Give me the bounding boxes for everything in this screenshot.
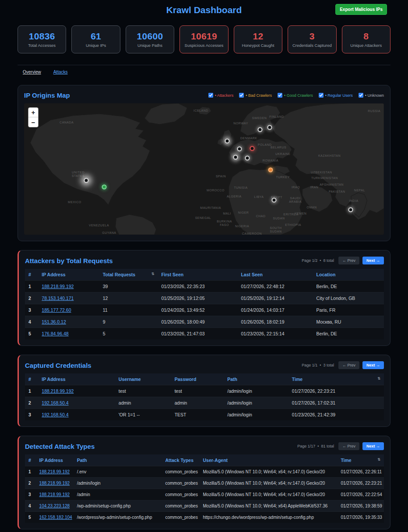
tab-attacks[interactable]: Attacks	[53, 70, 68, 74]
column-header-ip-address[interactable]: IP Address	[36, 454, 74, 466]
legend-label: • Good Crawlers	[284, 93, 313, 98]
ip-address-link[interactable]: 188.218.99.192	[42, 284, 74, 289]
ip-address-link[interactable]: 104.23.223.128	[39, 504, 70, 508]
table-cell: 01/27/2026, 22:48:12	[237, 281, 313, 292]
table-cell: 01/24/2026, 14:03:17	[237, 304, 313, 316]
column-header-[interactable]: #	[25, 454, 36, 466]
map-zoom-controls: + −	[28, 107, 39, 127]
column-header-ip-address[interactable]: IP Address	[38, 269, 99, 281]
page-info: Page 1/2 • 8 total	[302, 258, 334, 263]
map-marker-attacker[interactable]	[250, 146, 255, 151]
tab-bar: OverviewAttacks	[18, 65, 390, 76]
map-marker-good[interactable]	[102, 185, 107, 190]
table-row: 2192.168.50.4adminadmin/admin/login01/27…	[25, 397, 384, 409]
zoom-out-button[interactable]: −	[28, 117, 38, 127]
table-row: 5176.84.96.48501/23/2026, 21:47:0301/23/…	[25, 328, 384, 340]
sort-icon[interactable]: ⇅	[377, 377, 380, 381]
legend-item-good-crawlers[interactable]: • Good Crawlers	[278, 93, 313, 98]
table-cell: 9	[99, 316, 158, 328]
legend-checkbox-good-crawlers[interactable]	[278, 93, 282, 98]
sort-icon[interactable]: ⇅	[151, 272, 155, 276]
ip-address-link[interactable]: 188.218.99.192	[39, 481, 70, 486]
ip-address-link[interactable]: 188.218.99.192	[39, 469, 70, 474]
next-page-button[interactable]: Next →	[362, 442, 384, 450]
table-cell: /admin/login	[224, 397, 288, 409]
table-cell: Mozilla/5.0 (Windows NT 10.0; Win64; x64…	[200, 466, 338, 478]
ip-address-link[interactable]: 192.168.50.4	[42, 400, 68, 405]
map-marker-unknown[interactable]	[237, 147, 242, 151]
attackers-card-header: Attackers by Total Requests Page 1/2 • 8…	[25, 257, 384, 264]
prev-page-button[interactable]: ← Prev	[338, 442, 359, 450]
ip-address-link[interactable]: 188.218.99.192	[39, 492, 70, 497]
table-row: 4104.23.223.128/wp-admin/setup-config.ph…	[25, 500, 384, 512]
column-header-username[interactable]: Username	[115, 373, 171, 385]
table-cell: Mozilla/5.0 (Windows NT 10.0; Win64; x64…	[200, 500, 338, 512]
legend-item-regular-users[interactable]: • Regular Users	[319, 93, 353, 98]
column-header-location[interactable]: Location	[313, 269, 384, 281]
map-marker-unknown[interactable]	[233, 155, 238, 160]
export-malicious-ips-button[interactable]: Export Malicious IPs	[335, 4, 387, 15]
table-row: 278.153.140.1711201/25/2026, 19:12:0501/…	[25, 292, 384, 304]
map-marker-unknown[interactable]	[225, 139, 229, 144]
table-cell: common_probes	[162, 512, 199, 523]
world-map-svg	[24, 103, 384, 235]
map-marker-unknown[interactable]	[271, 198, 276, 203]
table-cell: 188.218.99.192	[38, 385, 115, 397]
column-header-path[interactable]: Path	[224, 373, 288, 385]
next-page-button[interactable]: Next →	[362, 361, 384, 369]
prev-page-button[interactable]: ← Prev	[338, 257, 359, 264]
ip-address-link[interactable]: 151.36.0.12	[42, 319, 66, 324]
table-cell: 185.177.72.60	[38, 304, 99, 316]
legend-item-bad-crawlers[interactable]: • Bad Crawlers	[239, 93, 272, 98]
attacks-table-title: Detected Attack Types	[25, 443, 95, 450]
column-header-total-requests[interactable]: Total Requests⇅	[99, 269, 158, 281]
legend-checkbox-unknown[interactable]	[359, 93, 363, 98]
legend-item-unknown[interactable]: • Unknown	[359, 93, 384, 98]
ip-address-link[interactable]: 188.218.99.192	[42, 388, 74, 394]
table-row: 4151.36.0.12901/26/2026, 18:00:4901/26/2…	[25, 316, 384, 328]
map-marker-unknown[interactable]	[267, 125, 272, 130]
column-header-time[interactable]: Time⇅	[288, 373, 384, 385]
world-map[interactable]: ICELANDRUSSIACANADANORWAYSWEDENFINLANDDE…	[24, 103, 384, 235]
stat-label: Unique Attackers	[350, 43, 382, 48]
column-header-[interactable]: #	[25, 269, 38, 281]
column-header-ip-address[interactable]: IP Address	[38, 373, 115, 385]
table-cell: common_probes	[162, 478, 199, 489]
ip-address-link[interactable]: 192.168.50.4	[42, 412, 68, 417]
map-marker-unknown[interactable]	[348, 208, 353, 212]
stat-value: 12	[253, 31, 263, 42]
ip-address-link[interactable]: 78.153.140.171	[42, 296, 74, 301]
prev-page-button[interactable]: ← Prev	[338, 361, 359, 369]
map-marker-unknown[interactable]	[245, 156, 250, 161]
column-header-first-seen[interactable]: First Seen	[158, 269, 237, 281]
legend-checkbox-attackers[interactable]	[208, 93, 213, 98]
map-marker-unknown[interactable]	[257, 127, 262, 132]
ip-address-link[interactable]: 176.84.96.48	[42, 331, 68, 336]
ip-address-link[interactable]: 162.158.182.104	[39, 515, 72, 520]
stat-value: 61	[91, 31, 101, 42]
sort-icon[interactable]: ⇅	[377, 458, 380, 462]
legend-checkbox-regular-users[interactable]	[319, 93, 324, 98]
legend-label: • Regular Users	[325, 93, 353, 98]
column-header-attack-types[interactable]: Attack Types	[162, 454, 199, 466]
table-cell: 78.153.140.171	[38, 292, 99, 304]
credentials-pager: Page 1/1 • 3 total ← Prev Next →	[302, 361, 384, 369]
legend-checkbox-bad-crawlers[interactable]	[239, 93, 244, 98]
column-header-path[interactable]: Path	[74, 454, 162, 466]
attackers-table-card: Attackers by Total Requests Page 1/2 • 8…	[18, 250, 390, 346]
zoom-in-button[interactable]: +	[28, 108, 38, 117]
map-marker-unknown[interactable]	[84, 178, 88, 183]
table-cell: 104.23.223.128	[36, 500, 74, 512]
table-cell: 01/23/2026, 21:47:03	[158, 328, 237, 340]
attacks-pager: Page 1/17 • 81 total ← Prev Next →	[297, 442, 384, 450]
column-header-password[interactable]: Password	[171, 373, 224, 385]
map-marker-bad[interactable]	[268, 168, 273, 173]
column-header-user-agent[interactable]: User-Agent	[200, 454, 338, 466]
column-header-last-seen[interactable]: Last Seen	[237, 269, 313, 281]
tab-overview[interactable]: Overview	[23, 70, 41, 74]
ip-address-link[interactable]: 185.177.72.60	[42, 307, 71, 313]
next-page-button[interactable]: Next →	[362, 257, 384, 264]
column-header-time[interactable]: Time⇅	[337, 454, 384, 466]
column-header-[interactable]: #	[25, 373, 38, 385]
legend-item-attackers[interactable]: • Attackers	[208, 93, 234, 98]
